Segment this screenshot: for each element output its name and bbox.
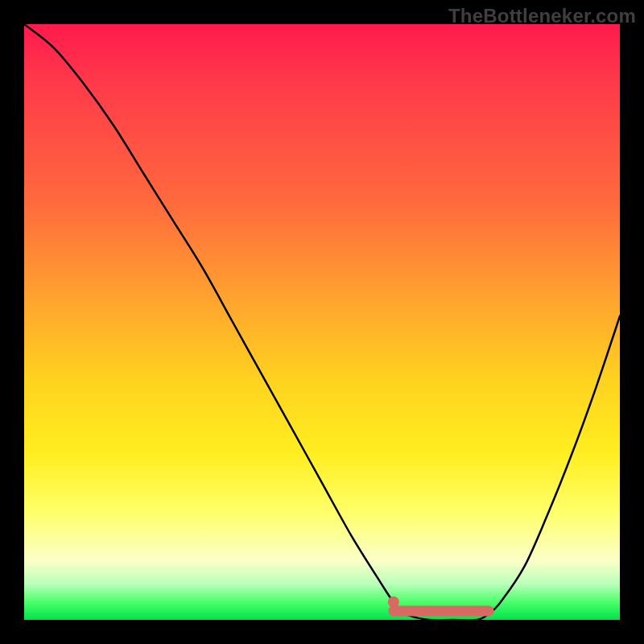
plot-area: [24, 24, 620, 620]
curve-line: [24, 24, 620, 620]
watermark-text: TheBottleneker.com: [448, 5, 636, 27]
highlight-dot: [388, 597, 399, 608]
chart-overlay-svg: [24, 24, 620, 620]
chart-stage: TheBottleneker.com: [0, 0, 644, 644]
